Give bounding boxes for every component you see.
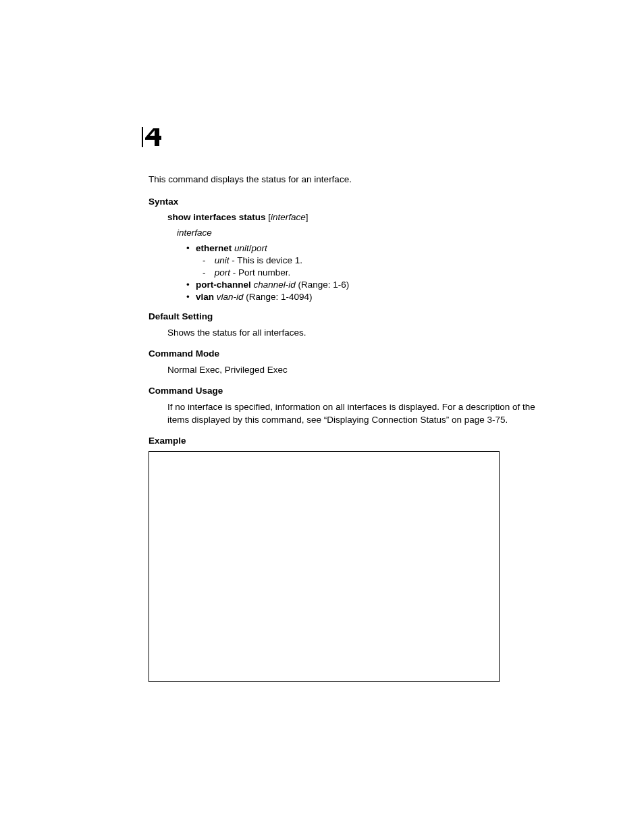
port-channel-option: port-channel channel-id (Range: 1-6) xyxy=(186,280,543,290)
command-usage-heading: Command Usage xyxy=(149,386,543,396)
port-desc-item: port - Port number. xyxy=(203,267,543,278)
ethernet-sub-list: unit - This is device 1. port - Port num… xyxy=(203,255,543,278)
ethernet-port-arg: port xyxy=(252,243,267,253)
syntax-param: interface xyxy=(271,212,306,222)
vlan-option: vlan vlan-id (Range: 1-4094) xyxy=(186,292,543,302)
port-desc: - Port number. xyxy=(230,267,290,278)
ethernet-unit-arg: unit xyxy=(232,243,249,253)
chapter-marker xyxy=(142,127,162,147)
syntax-command-line: show interfaces status [interface] xyxy=(167,212,543,222)
syntax-bracket-open: [ xyxy=(266,212,271,222)
port-channel-keyword: port-channel xyxy=(196,280,251,290)
syntax-command: show interfaces status xyxy=(167,212,266,222)
command-mode-heading: Command Mode xyxy=(149,348,543,359)
vlan-keyword: vlan xyxy=(196,292,214,302)
port-label: port xyxy=(215,267,230,278)
interface-options-list-2: port-channel channel-id (Range: 1-6) vla… xyxy=(186,280,543,302)
example-heading: Example xyxy=(149,436,543,446)
command-mode-text: Normal Exec, Privileged Exec xyxy=(167,364,543,376)
default-setting-text: Shows the status for all interfaces. xyxy=(167,327,543,339)
command-usage-text: If no interface is specified, informatio… xyxy=(167,401,543,425)
interface-label: interface xyxy=(177,228,543,238)
unit-desc-item: unit - This is device 1. xyxy=(203,255,543,265)
ethernet-option: ethernet unit/port xyxy=(186,243,543,253)
port-channel-range: (Range: 1-6) xyxy=(296,280,350,290)
page-content: This command displays the status for an … xyxy=(0,0,644,723)
port-channel-arg: channel-id xyxy=(251,280,296,290)
vlan-range: (Range: 1-4094) xyxy=(244,292,313,302)
ethernet-keyword: ethernet xyxy=(196,243,232,253)
unit-label: unit xyxy=(215,255,230,265)
intro-text: This command displays the status for an … xyxy=(149,174,543,184)
syntax-heading: Syntax xyxy=(149,197,543,207)
interface-options-list: ethernet unit/port xyxy=(186,243,543,253)
chapter-number-icon xyxy=(143,127,162,147)
example-box xyxy=(149,451,500,682)
default-setting-heading: Default Setting xyxy=(149,311,543,321)
syntax-bracket-close: ] xyxy=(306,212,308,222)
unit-desc: - This is device 1. xyxy=(230,255,303,265)
vlan-arg: vlan-id xyxy=(214,292,244,302)
